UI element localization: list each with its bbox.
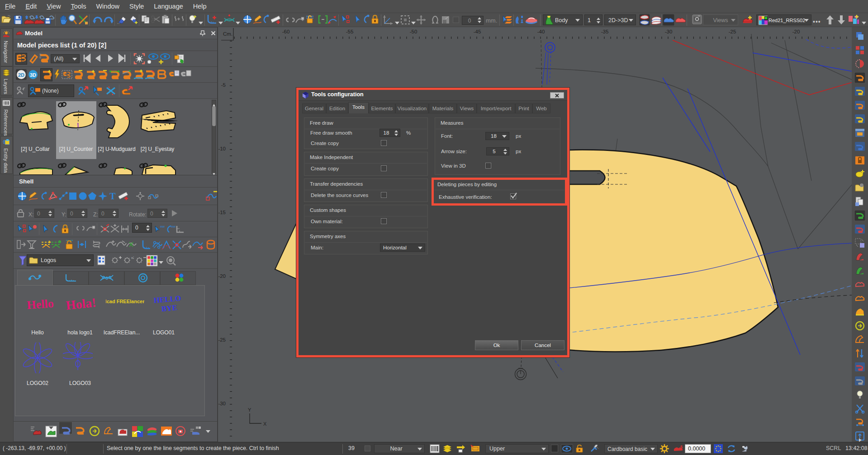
svg-text:-25: -25 xyxy=(729,29,736,34)
svg-text:BYE: BYE xyxy=(161,303,177,313)
svg-text:-25: -25 xyxy=(218,337,226,342)
svg-text:-50: -50 xyxy=(410,29,417,34)
svg-text:Hola!: Hola! xyxy=(65,296,97,313)
svg-text:-30: -30 xyxy=(218,401,226,406)
svg-text:-15: -15 xyxy=(218,210,226,215)
svg-text:X: X xyxy=(263,421,267,427)
svg-text:2D: 2D xyxy=(18,72,24,78)
svg-text:Cm.: Cm. xyxy=(223,31,232,37)
svg-text:-20: -20 xyxy=(218,273,226,279)
svg-text:Y: Y xyxy=(248,407,251,413)
svg-text:x2: x2 xyxy=(131,256,134,260)
svg-text:-30: -30 xyxy=(665,29,673,34)
svg-text:HELLO: HELLO xyxy=(153,294,181,305)
svg-text:-35: -35 xyxy=(601,29,609,34)
svg-text:$: $ xyxy=(680,445,683,449)
svg-text:-40: -40 xyxy=(537,29,545,34)
svg-text:Icad FREElancer: Icad FREElancer xyxy=(106,299,144,304)
svg-text:-5: -5 xyxy=(221,82,226,88)
svg-text:-55: -55 xyxy=(346,29,354,34)
svg-text:T: T xyxy=(109,191,116,201)
svg-text:-20: -20 xyxy=(792,29,800,34)
svg-text:mm: mm xyxy=(160,225,165,228)
svg-text:-10: -10 xyxy=(218,146,226,151)
svg-text:-60: -60 xyxy=(282,29,290,34)
svg-text:Hello: Hello xyxy=(26,297,54,312)
svg-text:-45: -45 xyxy=(474,29,481,34)
svg-text:3D: 3D xyxy=(30,72,36,78)
